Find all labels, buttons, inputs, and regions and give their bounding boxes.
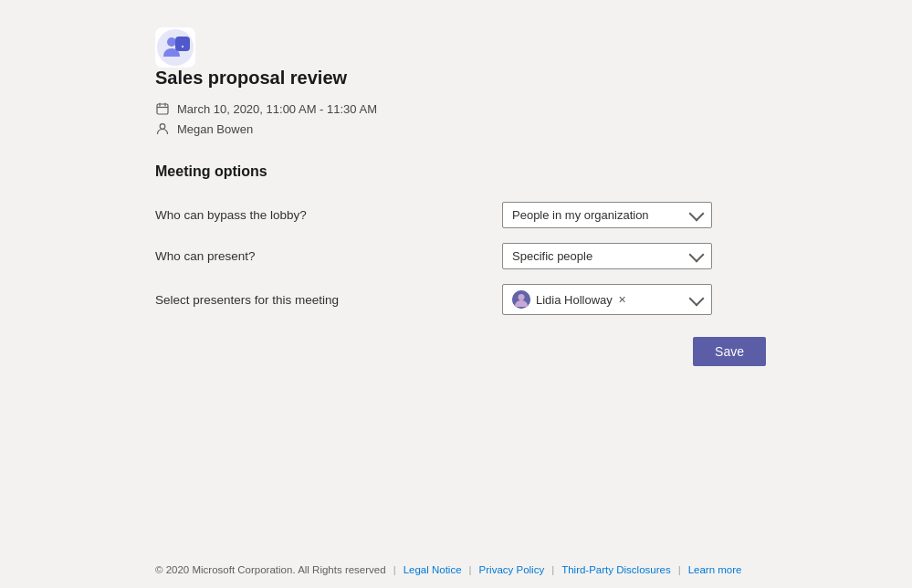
- main-content: T Sales proposal review March 10, 2020, …: [0, 0, 912, 588]
- svg-point-5: [179, 38, 186, 46]
- option-row-bypass-lobby: Who can bypass the lobby? People in my o…: [155, 202, 766, 228]
- meeting-organizer: Megan Bowen: [177, 122, 253, 136]
- select-presenters-label: Select presenters for this meeting: [155, 293, 502, 307]
- calendar-icon: [155, 101, 170, 116]
- teams-logo: T: [155, 27, 195, 68]
- presenter-tag: Lidia Holloway ✕: [536, 293, 626, 307]
- sep-4: |: [678, 564, 681, 575]
- bypass-lobby-value: People in my organization: [512, 208, 649, 222]
- svg-point-10: [160, 124, 165, 130]
- option-row-who-can-present: Who can present? Specific people: [155, 243, 766, 269]
- page-wrapper: T Sales proposal review March 10, 2020, …: [0, 0, 912, 588]
- who-can-present-chevron-icon: [689, 247, 705, 263]
- person-icon: [155, 121, 170, 136]
- sep-1: |: [393, 564, 396, 575]
- meeting-date-row: March 10, 2020, 11:00 AM - 11:30 AM: [155, 101, 766, 116]
- select-presenters-value: Lidia Holloway ✕: [512, 290, 626, 309]
- options-table: Who can bypass the lobby? People in my o…: [155, 202, 766, 315]
- copyright-text: © 2020 Microsoft Corporation. All Rights…: [155, 564, 386, 575]
- who-can-present-dropdown[interactable]: Specific people: [502, 243, 712, 269]
- meeting-organizer-row: Megan Bowen: [155, 121, 766, 136]
- privacy-policy-link[interactable]: Privacy Policy: [479, 564, 545, 575]
- section-title: Meeting options: [155, 163, 766, 180]
- footer: © 2020 Microsoft Corporation. All Rights…: [0, 551, 912, 588]
- legal-notice-link[interactable]: Legal Notice: [404, 564, 462, 575]
- save-button[interactable]: Save: [693, 337, 766, 366]
- bypass-lobby-dropdown[interactable]: People in my organization: [502, 202, 712, 228]
- meeting-title: Sales proposal review: [155, 68, 766, 89]
- select-presenters-dropdown[interactable]: Lidia Holloway ✕: [502, 284, 712, 315]
- save-area: Save: [155, 337, 766, 366]
- svg-rect-6: [157, 104, 168, 114]
- svg-point-2: [167, 37, 176, 47]
- third-party-link[interactable]: Third-Party Disclosures: [561, 564, 671, 575]
- who-can-present-label: Who can present?: [155, 249, 502, 263]
- option-row-select-presenters: Select presenters for this meeting Lidia…: [155, 284, 766, 315]
- bypass-lobby-chevron-icon: [689, 206, 705, 222]
- sep-2: |: [469, 564, 472, 575]
- who-can-present-value: Specific people: [512, 249, 592, 263]
- presenter-tag-remove[interactable]: ✕: [618, 294, 626, 306]
- learn-more-link[interactable]: Learn more: [688, 564, 742, 575]
- svg-point-12: [519, 294, 525, 300]
- bypass-lobby-label: Who can bypass the lobby?: [155, 208, 502, 222]
- sep-3: |: [551, 564, 554, 575]
- select-presenters-chevron-icon: [689, 290, 705, 306]
- meeting-date: March 10, 2020, 11:00 AM - 11:30 AM: [177, 102, 377, 116]
- presenter-avatar: [512, 290, 530, 309]
